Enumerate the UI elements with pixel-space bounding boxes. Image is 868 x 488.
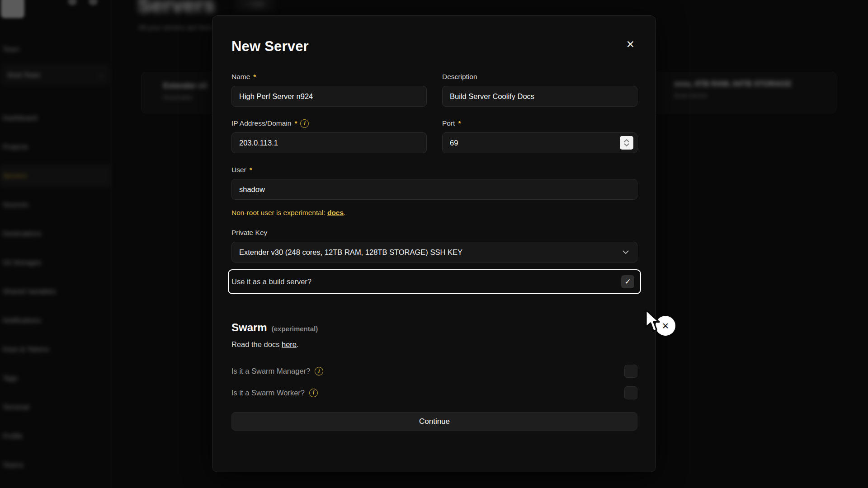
build-server-row[interactable]: Use it as a build server? ✓ (228, 269, 641, 294)
port-field-group: Port * (442, 118, 637, 153)
required-marker: * (250, 166, 252, 174)
swarm-docs-text: Read the docs (231, 340, 282, 348)
warning-text: Non-root user is experimental: (231, 209, 327, 216)
private-key-label: Private Key (231, 229, 267, 237)
app-root: Team Root Team ⌄ Dashboard Projects Serv… (0, 0, 868, 488)
name-field-group: Name * (231, 72, 427, 107)
private-key-value: Extender v30 (248 cores, 12TB RAM, 128TB… (239, 248, 462, 257)
x-icon: ✕ (662, 321, 669, 331)
chevron-down-icon (622, 249, 630, 255)
non-root-warning: Non-root user is experimental: docs. (231, 209, 637, 217)
swarm-docs-link[interactable]: here (282, 340, 297, 348)
build-server-checkbox[interactable]: ✓ (621, 275, 634, 288)
swarm-manager-label: Is it a Swarm Manager? (231, 367, 310, 375)
required-marker: * (253, 73, 256, 81)
swarm-worker-label: Is it a Swarm Worker? (231, 389, 305, 397)
swarm-worker-checkbox[interactable] (624, 386, 637, 399)
info-icon[interactable]: i (315, 367, 323, 375)
swarm-experimental-badge: (experimental) (272, 325, 318, 333)
ip-field-group: IP Address/Domain * i (231, 118, 427, 153)
name-label: Name (231, 73, 250, 81)
swarm-heading: Swarm (231, 321, 267, 334)
swarm-manager-checkbox[interactable] (624, 365, 637, 378)
port-label: Port (442, 119, 455, 127)
name-input[interactable] (231, 86, 427, 107)
swarm-worker-row: Is it a Swarm Worker? i (231, 386, 637, 399)
pointer-arrow-icon (645, 309, 660, 333)
required-marker: * (294, 119, 297, 127)
description-field-group: Description (442, 72, 637, 107)
description-input[interactable] (442, 86, 637, 107)
ip-input[interactable] (231, 132, 427, 153)
user-label: User (231, 166, 246, 174)
private-key-select[interactable]: Extender v30 (248 cores, 12TB RAM, 128TB… (231, 242, 637, 263)
info-icon[interactable]: i (309, 389, 318, 397)
build-server-label: Use it as a build server? (231, 277, 311, 286)
user-input[interactable] (231, 179, 637, 200)
new-server-modal: New Server ✕ Name * Description (212, 15, 656, 472)
continue-button[interactable]: Continue (231, 412, 637, 431)
swarm-manager-row: Is it a Swarm Manager? i (231, 364, 637, 378)
user-field-group: User * (231, 165, 637, 200)
description-label: Description (442, 73, 477, 81)
chevron-up-icon (623, 139, 630, 143)
modal-title: New Server (231, 38, 309, 55)
port-input[interactable] (442, 132, 637, 153)
swarm-docs-period: . (297, 340, 299, 348)
warning-period: . (344, 209, 345, 216)
close-icon[interactable]: ✕ (626, 39, 635, 50)
info-icon[interactable]: i (300, 119, 309, 128)
swarm-docs-line: Read the docs here. (231, 340, 637, 349)
docs-link[interactable]: docs (327, 209, 344, 216)
check-icon: ✓ (624, 278, 631, 286)
number-stepper[interactable] (620, 136, 633, 150)
chevron-down-icon (623, 143, 630, 147)
required-marker: * (458, 119, 461, 127)
ip-label: IP Address/Domain (231, 119, 291, 127)
mouse-cursor: ✕ (644, 307, 684, 343)
